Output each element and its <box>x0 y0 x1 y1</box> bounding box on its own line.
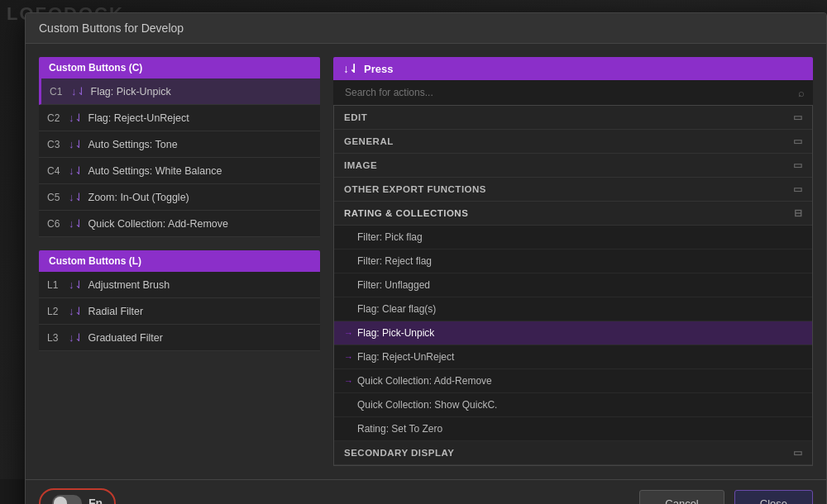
group-c-header: Custom Buttons (C) <box>39 57 320 78</box>
btn-icon-c6: ↓⇃ <box>69 217 84 230</box>
btn-key-l1: L1 <box>47 279 69 291</box>
folder-other-export-icon: ▭ <box>793 183 803 195</box>
search-icon: ⌕ <box>798 87 805 99</box>
category-secondary-label: SECONDARY DISPLAY <box>344 448 454 458</box>
action-filter-pick-flag[interactable]: Filter: Pick flag <box>334 226 812 250</box>
category-general-label: GENERAL <box>344 136 394 146</box>
btn-icon-l3: ↓⇃ <box>69 331 84 344</box>
action-rating-set-zero[interactable]: Rating: Set To Zero <box>334 417 812 441</box>
button-item-c3[interactable]: C3 ↓⇃ Auto Settings: Tone <box>39 131 320 158</box>
dialog-title: Custom Buttons for Develop <box>39 21 184 35</box>
btn-key-c4: C4 <box>47 165 69 177</box>
button-item-c1[interactable]: C1 ↓⇃ Flag: Pick-Unpick <box>39 78 320 105</box>
btn-icon-c1: ↓⇃ <box>71 85 86 97</box>
arrow-icon-reject: → <box>344 352 353 362</box>
folder-general-icon: ▭ <box>793 136 803 147</box>
btn-key-l3: L3 <box>47 332 69 344</box>
close-button[interactable]: Close <box>734 490 813 505</box>
action-flag-pick-unpick[interactable]: → Flag: Pick-Unpick <box>334 321 812 345</box>
btn-key-c3: C3 <box>47 139 69 150</box>
category-edit[interactable]: EDIT ▭ <box>334 106 812 130</box>
btn-label-c1: Flag: Pick-Unpick <box>91 86 171 97</box>
btn-label-c3: Auto Settings: Tone <box>88 139 178 150</box>
btn-label-c6: Quick Collection: Add-Remove <box>88 218 229 230</box>
folder-edit-icon: ▭ <box>793 112 803 123</box>
button-item-l1[interactable]: L1 ↓⇃ Adjustment Brush <box>39 272 320 298</box>
folder-rating-icon: ⊟ <box>794 207 803 219</box>
footer-buttons: Cancel Close <box>639 490 813 505</box>
press-label: Press <box>364 63 393 75</box>
action-label-quick-collection-show: Quick Collection: Show QuickC. <box>357 399 497 411</box>
arrow-icon-quick-add: → <box>344 376 353 386</box>
category-rating-collections[interactable]: RATING & COLLECTIONS ⊟ <box>334 202 812 226</box>
right-panel: ↓⇃ Press ⌕ EDIT ▭ GENERAL ▭ <box>333 57 813 466</box>
cancel-button[interactable]: Cancel <box>639 490 724 505</box>
btn-label-l3: Graduated Filter <box>88 332 163 344</box>
button-item-l3[interactable]: L3 ↓⇃ Graduated Filter <box>39 325 320 351</box>
selected-arrow-icon: → <box>344 328 353 338</box>
dialog-body: Custom Buttons (C) C1 ↓⇃ Flag: Pick-Unpi… <box>26 44 826 479</box>
btn-key-c1: C1 <box>50 86 71 97</box>
action-label-quick-collection-add: Quick Collection: Add-Remove <box>357 375 492 387</box>
btn-key-c6: C6 <box>47 218 69 230</box>
btn-icon-l2: ↓⇃ <box>69 305 84 317</box>
action-label-flag-clear: Flag: Clear flag(s) <box>357 303 436 315</box>
custom-buttons-c-group: Custom Buttons (C) C1 ↓⇃ Flag: Pick-Unpi… <box>39 57 320 237</box>
btn-icon-l1: ↓⇃ <box>69 278 84 291</box>
category-general[interactable]: GENERAL ▭ <box>334 130 812 154</box>
btn-key-l2: L2 <box>47 306 69 317</box>
btn-label-c2: Flag: Reject-UnReject <box>88 112 189 124</box>
action-quick-collection-add[interactable]: → Quick Collection: Add-Remove <box>334 369 812 393</box>
btn-label-c5: Zoom: In-Out (Toggle) <box>88 192 189 203</box>
button-item-c2[interactable]: C2 ↓⇃ Flag: Reject-UnReject <box>39 105 320 131</box>
button-item-c5[interactable]: C5 ↓⇃ Zoom: In-Out (Toggle) <box>39 184 320 211</box>
press-header: ↓⇃ Press <box>333 57 813 80</box>
folder-image-icon: ▭ <box>793 159 803 171</box>
actions-list[interactable]: EDIT ▭ GENERAL ▭ IMAGE ▭ OTHER EXPORT FU… <box>333 106 813 466</box>
search-bar: ⌕ <box>333 80 813 106</box>
button-item-c6[interactable]: C6 ↓⇃ Quick Collection: Add-Remove <box>39 211 320 237</box>
action-flag-reject-unreject[interactable]: → Flag: Reject-UnReject <box>334 345 812 369</box>
action-quick-collection-show[interactable]: Quick Collection: Show QuickC. <box>334 393 812 417</box>
action-label-filter-unflagged: Filter: Unflagged <box>357 279 430 291</box>
action-label-filter-pick-flag: Filter: Pick flag <box>357 231 423 243</box>
action-flag-clear[interactable]: Flag: Clear flag(s) <box>334 297 812 321</box>
btn-icon-c2: ↓⇃ <box>69 112 84 124</box>
fn-toggle-area: Fn <box>39 488 116 504</box>
action-filter-reject-flag[interactable]: Filter: Reject flag <box>334 250 812 273</box>
action-label-flag-reject-unreject: Flag: Reject-UnReject <box>357 351 454 363</box>
action-label-rating-set-zero: Rating: Set To Zero <box>357 423 442 435</box>
folder-secondary-icon: ▭ <box>793 447 803 459</box>
toggle-knob <box>54 497 67 504</box>
btn-icon-c4: ↓⇃ <box>69 164 84 177</box>
dialog-footer: Fn Cancel Close <box>26 479 826 504</box>
btn-key-c5: C5 <box>47 192 69 203</box>
category-edit-label: EDIT <box>344 112 367 122</box>
category-image[interactable]: IMAGE ▭ <box>334 154 812 178</box>
dialog-titlebar: Custom Buttons for Develop <box>26 13 826 44</box>
btn-icon-c3: ↓⇃ <box>69 138 84 150</box>
action-label-filter-reject-flag: Filter: Reject flag <box>357 255 432 267</box>
btn-key-c2: C2 <box>47 112 69 124</box>
search-input[interactable] <box>342 80 798 105</box>
action-label-flag-pick-unpick: Flag: Pick-Unpick <box>357 327 434 339</box>
btn-label-l1: Adjustment Brush <box>88 279 170 291</box>
button-item-l2[interactable]: L2 ↓⇃ Radial Filter <box>39 298 320 325</box>
btn-label-c4: Auto Settings: White Balance <box>88 165 222 177</box>
action-filter-unflagged[interactable]: Filter: Unflagged <box>334 273 812 297</box>
category-other-export-label: OTHER EXPORT FUNCTIONS <box>344 184 486 194</box>
press-arrow-icon: ↓⇃ <box>343 62 359 75</box>
category-image-label: IMAGE <box>344 160 377 170</box>
btn-icon-c5: ↓⇃ <box>69 191 84 203</box>
fn-label: Fn <box>88 497 103 504</box>
category-secondary-display[interactable]: SECONDARY DISPLAY ▭ <box>334 441 812 465</box>
custom-buttons-dialog: Custom Buttons for Develop Custom Button… <box>25 12 827 504</box>
btn-label-l2: Radial Filter <box>88 306 144 317</box>
group-l-header: Custom Buttons (L) <box>39 250 320 272</box>
custom-buttons-l-group: Custom Buttons (L) L1 ↓⇃ Adjustment Brus… <box>39 250 320 351</box>
category-other-export[interactable]: OTHER EXPORT FUNCTIONS ▭ <box>334 178 812 202</box>
button-item-c4[interactable]: C4 ↓⇃ Auto Settings: White Balance <box>39 158 320 184</box>
left-panel: Custom Buttons (C) C1 ↓⇃ Flag: Pick-Unpi… <box>39 57 320 466</box>
category-rating-label: RATING & COLLECTIONS <box>344 208 468 218</box>
fn-toggle-switch[interactable] <box>52 495 82 504</box>
